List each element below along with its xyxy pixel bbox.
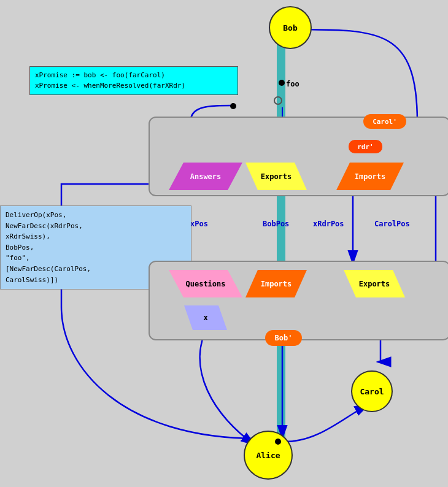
arrow-dot-left <box>230 103 236 109</box>
bob-node: Bob <box>269 6 312 49</box>
bob-label: Bob <box>283 23 297 33</box>
rdr-prime-badge: rdr' <box>349 140 382 153</box>
deliver-line-2: NewFarDesc(xRdrPos, <box>6 221 186 232</box>
carol-label: Carol <box>360 387 384 396</box>
foo-label: foo <box>286 80 299 88</box>
deliver-line-3: xRdrSwiss), <box>6 231 186 242</box>
code-line-1: xPromise := bob <- foo(farCarol) <box>35 71 233 81</box>
alice-node: Alice <box>244 431 293 480</box>
alice-dot-1 <box>275 439 281 445</box>
carol-prime-badge: Carol' <box>363 114 406 129</box>
col-bobpos: BobPos <box>263 220 289 228</box>
col-carolpos: CarolPos <box>374 220 410 228</box>
carol-node: Carol <box>351 370 393 412</box>
open-circle <box>274 96 282 105</box>
arrow-dot-top <box>279 80 285 86</box>
code-line-2: xPromise <- whenMoreResolved(farXRdr) <box>35 81 233 91</box>
bob-prime-badge: Bob' <box>265 330 302 346</box>
code-box-top: xPromise := bob <- foo(farCarol) xPromis… <box>29 66 238 95</box>
col-xpos: xPos <box>190 220 208 228</box>
col-xrdrpos: xRdrPos <box>313 220 344 228</box>
deliver-line-4: BobPos, <box>6 242 186 253</box>
alice-label: Alice <box>256 451 280 460</box>
deliver-line-1: DeliverOp(xPos, <box>6 210 186 221</box>
